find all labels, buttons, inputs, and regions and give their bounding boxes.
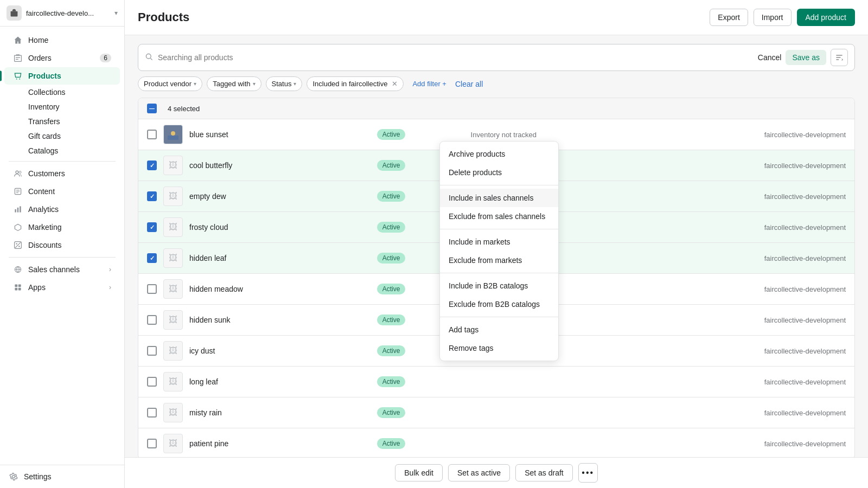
- row-checkbox-frosty-cloud[interactable]: [147, 222, 157, 232]
- row-checkbox-cool-butterfly[interactable]: [147, 160, 157, 170]
- export-button[interactable]: Export: [710, 9, 748, 26]
- thumb-placeholder-icon: 🖼: [169, 284, 177, 294]
- table-row[interactable]: 🖼 patient pine Active faircollective-dev…: [138, 428, 854, 459]
- product-status-misty-rain: Active: [377, 407, 471, 418]
- clear-all-button[interactable]: Clear all: [455, 80, 483, 88]
- filter-chip-faircollective[interactable]: Included in faircollective ✕: [307, 76, 404, 91]
- product-thumb-long-leaf: 🖼: [163, 372, 183, 391]
- product-channel-long-leaf: faircollective-development: [658, 378, 846, 386]
- sidebar-subitem-gift-cards[interactable]: Gift cards: [4, 129, 120, 143]
- row-checkbox-blue-sunset[interactable]: [147, 130, 157, 139]
- row-checkbox-hidden-leaf[interactable]: [147, 253, 157, 263]
- dropdown-item-add-tags[interactable]: Add tags: [440, 320, 558, 339]
- products-icon: [13, 71, 23, 81]
- dropdown-item-include-b2b[interactable]: Include in B2B catalogs: [440, 277, 558, 295]
- bulk-edit-button[interactable]: Bulk edit: [395, 464, 443, 481]
- sidebar-section-apps[interactable]: Apps ›: [4, 279, 120, 296]
- dropdown-item-exclude-sales[interactable]: Exclude from sales channels: [440, 207, 558, 226]
- sidebar-subitem-transfers[interactable]: Transfers: [4, 114, 120, 129]
- table-row[interactable]: 🖼 long leaf Active faircollective-develo…: [138, 367, 854, 397]
- set-active-button[interactable]: Set as active: [448, 464, 510, 481]
- row-checkbox-empty-dew[interactable]: [147, 191, 157, 201]
- svg-rect-9: [20, 206, 21, 212]
- filter-chip-fc-remove[interactable]: ✕: [392, 80, 398, 88]
- svg-point-10: [16, 243, 17, 244]
- svg-point-2: [16, 79, 17, 80]
- table-row[interactable]: 🖼 misty rain Active faircollective-devel…: [138, 397, 854, 428]
- sidebar-section-apps-label: Apps: [28, 283, 46, 292]
- product-channel-patient-pine: faircollective-development: [658, 440, 846, 448]
- dropdown-item-remove-tags[interactable]: Remove tags: [440, 339, 558, 357]
- product-channel-hidden-sunk: faircollective-development: [658, 316, 846, 324]
- status-badge: Active: [377, 253, 406, 264]
- filter-chip-status[interactable]: Status ▾: [266, 76, 303, 91]
- dropdown-item-delete[interactable]: Delete products: [440, 163, 558, 182]
- select-all-checkbox[interactable]: [147, 104, 157, 113]
- add-filter-button[interactable]: Add filter +: [408, 77, 451, 91]
- sidebar: faircollective-develo... ▾ Home Orders 6…: [0, 0, 125, 488]
- sidebar-subitem-inventory[interactable]: Inventory: [4, 100, 120, 114]
- settings-icon: [9, 472, 18, 481]
- sidebar-item-analytics[interactable]: Analytics: [4, 201, 120, 218]
- sidebar-item-orders[interactable]: Orders 6: [4, 49, 120, 67]
- row-checkbox-patient-pine[interactable]: [147, 439, 157, 448]
- product-name-misty-rain: misty rain: [189, 408, 377, 417]
- settings-label: Settings: [24, 472, 52, 481]
- search-input[interactable]: [158, 53, 754, 62]
- svg-rect-14: [18, 284, 21, 287]
- row-checkbox-hidden-sunk[interactable]: [147, 315, 157, 325]
- product-name-hidden-meadow: hidden meadow: [189, 285, 377, 293]
- filter-chip-status-chevron: ▾: [293, 81, 296, 87]
- row-checkbox-misty-rain[interactable]: [147, 408, 157, 418]
- product-channel-hidden-leaf: faircollective-development: [658, 254, 846, 262]
- store-switcher[interactable]: faircollective-develo... ▾: [0, 0, 124, 27]
- sidebar-subitem-inventory-label: Inventory: [28, 102, 60, 111]
- cancel-search-button[interactable]: Cancel: [758, 53, 782, 62]
- import-button[interactable]: Import: [754, 9, 792, 26]
- svg-point-19: [171, 131, 175, 136]
- svg-rect-8: [17, 208, 18, 213]
- status-badge: Active: [377, 191, 406, 202]
- status-badge: Active: [377, 160, 406, 171]
- add-product-button[interactable]: Add product: [797, 9, 856, 26]
- row-checkbox-icy-dust[interactable]: [147, 346, 157, 356]
- product-channel-cool-butterfly: faircollective-development: [658, 162, 846, 170]
- dropdown-item-archive[interactable]: Archive products: [440, 145, 558, 163]
- filter-bar: Product vendor ▾ Tagged with ▾ Status ▾ …: [138, 76, 855, 91]
- sidebar-item-products[interactable]: Products: [4, 67, 120, 85]
- search-bar: Cancel Save as: [138, 44, 855, 71]
- product-name-hidden-sunk: hidden sunk: [189, 316, 377, 324]
- settings-nav-item[interactable]: Settings: [0, 465, 124, 488]
- dropdown-item-include-markets[interactable]: Include in markets: [440, 233, 558, 251]
- discounts-icon: [13, 240, 23, 250]
- sidebar-item-content[interactable]: Content: [4, 183, 120, 200]
- dropdown-item-include-sales[interactable]: Include in sales channels: [440, 189, 558, 207]
- sort-button[interactable]: [831, 49, 848, 66]
- sidebar-item-customers[interactable]: Customers: [4, 165, 120, 182]
- save-as-button[interactable]: Save as: [786, 50, 826, 65]
- sidebar-item-marketing[interactable]: Marketing: [4, 219, 120, 236]
- store-chevron-icon: ▾: [114, 9, 118, 17]
- row-checkbox-long-leaf[interactable]: [147, 377, 157, 387]
- sidebar-item-home[interactable]: Home: [4, 31, 120, 49]
- home-icon: [13, 35, 23, 45]
- thumb-placeholder-icon: 🖼: [169, 346, 177, 356]
- product-thumb-patient-pine: 🖼: [163, 434, 183, 453]
- filter-chip-tagged[interactable]: Tagged with ▾: [207, 76, 261, 91]
- filter-chip-vendor[interactable]: Product vendor ▾: [138, 76, 202, 91]
- sidebar-subitem-catalogs[interactable]: Catalogs: [4, 144, 120, 158]
- dropdown-item-exclude-markets[interactable]: Exclude from markets: [440, 251, 558, 269]
- sidebar-subitem-collections[interactable]: Collections: [4, 85, 120, 99]
- product-thumb-hidden-leaf: 🖼: [163, 248, 183, 268]
- more-actions-button[interactable]: •••: [578, 463, 598, 483]
- filter-chip-vendor-chevron: ▾: [194, 81, 196, 87]
- set-draft-button[interactable]: Set as draft: [515, 464, 573, 481]
- sidebar-item-discounts[interactable]: Discounts: [4, 236, 120, 254]
- dropdown-group-1: Archive products Delete products: [440, 142, 558, 185]
- svg-point-11: [18, 246, 20, 247]
- product-channel-blue-sunset: faircollective-development: [658, 131, 846, 139]
- row-checkbox-hidden-meadow[interactable]: [147, 284, 157, 294]
- sidebar-section-sales-channels[interactable]: Sales channels ›: [4, 261, 120, 278]
- dropdown-item-exclude-b2b[interactable]: Exclude from B2B catalogs: [440, 295, 558, 313]
- product-thumb-icy-dust: 🖼: [163, 341, 183, 361]
